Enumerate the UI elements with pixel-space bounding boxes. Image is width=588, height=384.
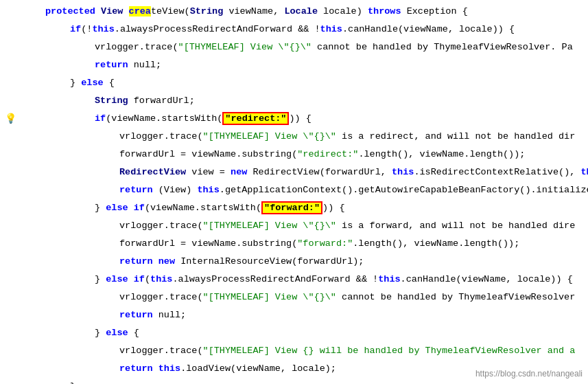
line-content-18: return null; (21, 306, 588, 324)
line-content-13: vrlogger.trace("[THYMELEAF] View \"{}\" … (21, 217, 588, 235)
line-content-10: RedirectView view = new RedirectView(for… (21, 163, 588, 181)
code-line-1: protected View createView(String viewNam… (0, 3, 588, 21)
line-content-20: vrlogger.trace("[THYMELEAF] View {} will… (21, 342, 588, 360)
redirect-highlight: "redirect:" (222, 112, 289, 125)
code-line-14: forwardUrl = viewName.substring("forward… (0, 235, 588, 253)
line-content-9: forwardUrl = viewName.substring("redirec… (21, 146, 588, 163)
line-content-6: String forwardUrl; (21, 92, 588, 110)
watermark: https://blog.csdn.net/nangeali (475, 369, 583, 379)
line-content-22: } (21, 378, 588, 384)
code-line-18: return null; (0, 306, 588, 324)
code-line-13: vrlogger.trace("[THYMELEAF] View \"{}\" … (0, 217, 588, 235)
line-content-16: } else if(this.alwaysProcessRedirectAndF… (21, 271, 588, 289)
highlighted-create: crea (129, 6, 151, 16)
code-line-4: return null; (0, 56, 588, 74)
code-line-7: 💡 if(viewName.startsWith("redirect:")) { (0, 110, 588, 128)
line-gutter-7: 💡 (0, 110, 21, 128)
code-line-2: if(!this.alwaysProcessRedirectAndForward… (0, 21, 588, 38)
code-line-12: } else if(viewName.startsWith("forward:"… (0, 199, 588, 217)
code-line-11: return (View) this.getApplicationContext… (0, 181, 588, 199)
line-content-17: vrlogger.trace("[THYMELEAF] View \"{}\" … (21, 289, 588, 306)
forward-highlight: "forward:" (261, 201, 322, 214)
code-line-10: RedirectView view = new RedirectView(for… (0, 163, 588, 181)
line-content-11: return (View) this.getApplicationContext… (21, 181, 588, 199)
code-line-17: vrlogger.trace("[THYMELEAF] View \"{}\" … (0, 289, 588, 306)
code-viewer: protected View createView(String viewNam… (0, 0, 588, 384)
type-view: View (101, 6, 123, 16)
line-content-7: if(viewName.startsWith("redirect:")) { (21, 110, 588, 128)
keyword-protected: protected (45, 6, 95, 16)
code-line-16: } else if(this.alwaysProcessRedirectAndF… (0, 271, 588, 289)
code-line-5: } else { (0, 74, 588, 92)
line-content-4: return null; (21, 56, 588, 74)
code-line-9: forwardUrl = viewName.substring("redirec… (0, 146, 588, 163)
bulb-icon[interactable]: 💡 (5, 110, 16, 128)
code-block: protected View createView(String viewNam… (0, 0, 588, 384)
line-content-3: vrlogger.trace("[THYMELEAF] View \"{}\" … (21, 38, 588, 56)
line-content-14: forwardUrl = viewName.substring("forward… (21, 235, 588, 253)
line-content-12: } else if(viewName.startsWith("forward:"… (21, 199, 588, 217)
code-line-22: } (0, 378, 588, 384)
code-line-20: vrlogger.trace("[THYMELEAF] View {} will… (0, 342, 588, 360)
line-content-1: protected View createView(String viewNam… (21, 3, 588, 21)
line-content-2: if(!this.alwaysProcessRedirectAndForward… (21, 21, 588, 38)
code-line-15: return new InternalResourceView(forwardU… (0, 253, 588, 271)
code-line-3: vrlogger.trace("[THYMELEAF] View \"{}\" … (0, 38, 588, 56)
line-content-5: } else { (21, 74, 588, 92)
line-content-15: return new InternalResourceView(forwardU… (21, 253, 588, 271)
line-content-19: } else { (21, 324, 588, 342)
code-line-19: } else { (0, 324, 588, 342)
code-line-6: String forwardUrl; (0, 92, 588, 110)
line-content-8: vrlogger.trace("[THYMELEAF] View \"{}\" … (21, 128, 588, 146)
code-line-8: vrlogger.trace("[THYMELEAF] View \"{}\" … (0, 128, 588, 146)
